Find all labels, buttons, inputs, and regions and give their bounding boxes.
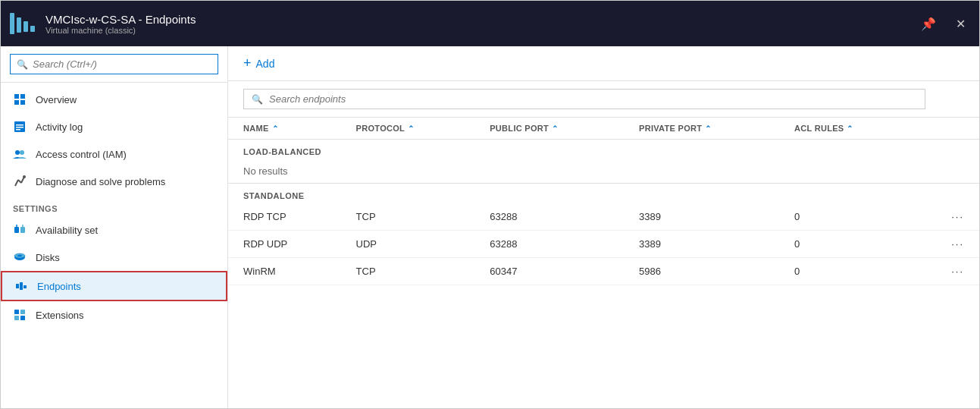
svg-rect-7 [16, 129, 20, 131]
cell-acl-rdp-udp: 0 [779, 231, 914, 258]
cell-acl-rdp-tcp: 0 [779, 203, 914, 231]
page-title: VMCIsc-w-CS-SA - Endpoints [45, 13, 196, 26]
sidebar-nav: Overview Activity log [1, 83, 227, 408]
sidebar-item-access-control-label: Access control (IAM) [36, 149, 127, 160]
page-subtitle: Virtual machine (classic) [45, 26, 196, 35]
svg-rect-22 [20, 282, 23, 290]
svg-rect-27 [20, 316, 25, 320]
logo-bar-2 [17, 17, 21, 33]
svg-line-10 [15, 180, 18, 186]
sidebar-item-diagnose[interactable]: Diagnose and solve problems [1, 168, 227, 195]
title-bar: VMCIsc-w-CS-SA - Endpoints Virtual machi… [1, 1, 979, 46]
cell-protocol-rdp-tcp: TCP [341, 203, 475, 231]
sidebar-item-endpoints[interactable]: Endpoints [1, 271, 227, 301]
sort-acl-icon: ⌃ [847, 124, 853, 133]
sidebar-item-extensions[interactable]: Extensions [1, 301, 227, 329]
section-row-load-balanced: LOAD-BALANCED [228, 140, 979, 160]
add-button[interactable]: + Add [243, 55, 274, 71]
svg-point-13 [23, 175, 26, 178]
search-endpoints-icon: 🔍 [252, 94, 263, 105]
svg-rect-26 [20, 310, 25, 314]
access-control-icon [13, 147, 27, 161]
col-header-protocol[interactable]: PROTOCOL ⌃ [341, 118, 475, 140]
col-header-private-port[interactable]: PRIVATE PORT ⌃ [624, 118, 779, 140]
svg-rect-3 [20, 100, 25, 105]
title-bar-actions: 📌 ✕ [916, 15, 970, 33]
row-menu-rdp-udp[interactable]: ··· [914, 231, 979, 258]
search-endpoints-input[interactable] [269, 93, 917, 105]
content-area: + Add 🔍 [228, 46, 979, 408]
sidebar-item-activity-log[interactable]: Activity log [1, 113, 227, 140]
sidebar-item-overview[interactable]: Overview [1, 86, 227, 113]
svg-rect-21 [16, 284, 19, 288]
search-bar[interactable]: 🔍 [228, 81, 979, 118]
cell-acl-winrm: 0 [779, 258, 914, 285]
add-label: Add [256, 58, 275, 70]
logo-bar-4 [30, 26, 35, 32]
endpoints-icon [14, 279, 28, 293]
svg-rect-14 [14, 227, 19, 233]
sidebar-item-access-control[interactable]: Access control (IAM) [1, 140, 227, 168]
sidebar-item-overview-label: Overview [36, 94, 77, 105]
row-menu-winrm[interactable]: ··· [914, 258, 979, 285]
content-body: 🔍 NAME ⌃ [228, 81, 979, 408]
cell-name-rdp-udp: RDP UDP [228, 231, 341, 258]
close-button[interactable]: ✕ [951, 15, 970, 33]
sidebar-item-activity-log-label: Activity log [36, 121, 83, 133]
col-header-public-port[interactable]: PUBLIC PORT ⌃ [474, 118, 624, 140]
logo-bar-3 [23, 21, 28, 32]
logo-bar-1 [10, 13, 14, 34]
table-row[interactable]: WinRM TCP 60347 5986 0 ··· [228, 258, 979, 285]
svg-rect-6 [16, 127, 23, 128]
sidebar-item-availability-set-label: Availability set [36, 225, 98, 236]
col-header-name[interactable]: NAME ⌃ [228, 118, 341, 140]
svg-rect-23 [23, 285, 27, 288]
search-input[interactable] [33, 58, 211, 70]
extensions-icon [13, 308, 27, 322]
disks-icon [13, 250, 27, 264]
search-icon: 🔍 [17, 59, 28, 70]
svg-rect-1 [20, 94, 25, 99]
col-header-actions [914, 118, 979, 140]
availability-set-icon [13, 223, 27, 237]
cell-protocol-rdp-udp: UDP [341, 231, 475, 258]
app-logo [10, 13, 35, 34]
activity-log-icon [13, 120, 27, 134]
search-endpoints-box[interactable]: 🔍 [243, 89, 925, 109]
add-icon: + [243, 55, 252, 71]
svg-rect-5 [16, 124, 23, 126]
settings-section-header: SETTINGS [1, 195, 227, 216]
sidebar-search-box[interactable]: 🔍 [10, 54, 218, 74]
cell-public-port-rdp-udp: 63288 [474, 231, 624, 258]
svg-point-9 [20, 150, 24, 155]
svg-point-8 [15, 150, 20, 155]
pin-button[interactable]: 📌 [916, 15, 941, 33]
sidebar-item-endpoints-label: Endpoints [37, 281, 81, 292]
table-row[interactable]: RDP TCP TCP 63288 3389 0 ··· [228, 203, 979, 231]
sort-public-port-icon: ⌃ [552, 124, 558, 133]
svg-rect-0 [14, 94, 19, 99]
col-header-acl-rules[interactable]: ACL RULES ⌃ [779, 118, 914, 140]
endpoints-table: NAME ⌃ PROTOCOL ⌃ [228, 118, 979, 285]
row-menu-rdp-tcp[interactable]: ··· [914, 203, 979, 231]
sidebar-item-availability-set[interactable]: Availability set [1, 216, 227, 244]
cell-name-rdp-tcp: RDP TCP [228, 203, 341, 231]
sidebar-search[interactable]: 🔍 [1, 46, 227, 83]
diagnose-icon [13, 175, 27, 188]
sidebar-item-disks[interactable]: Disks [1, 244, 227, 271]
svg-rect-2 [14, 100, 19, 105]
main-layout: 🔍 Overview [1, 46, 979, 408]
sidebar-item-diagnose-label: Diagnose and solve problems [36, 176, 165, 187]
toolbar: + Add [228, 46, 979, 81]
sort-private-port-icon: ⌃ [705, 124, 711, 133]
title-bar-text: VMCIsc-w-CS-SA - Endpoints Virtual machi… [45, 13, 196, 35]
svg-rect-15 [20, 227, 25, 233]
no-results-row: No results [228, 159, 979, 184]
table-row[interactable]: RDP UDP UDP 63288 3389 0 ··· [228, 231, 979, 258]
cell-private-port-rdp-udp: 3389 [624, 231, 779, 258]
cell-name-winrm: WinRM [228, 258, 341, 285]
cell-public-port-rdp-tcp: 63288 [474, 203, 624, 231]
cell-protocol-winrm: TCP [341, 258, 475, 285]
sidebar-item-disks-label: Disks [36, 252, 60, 263]
sort-protocol-icon: ⌃ [408, 124, 414, 133]
